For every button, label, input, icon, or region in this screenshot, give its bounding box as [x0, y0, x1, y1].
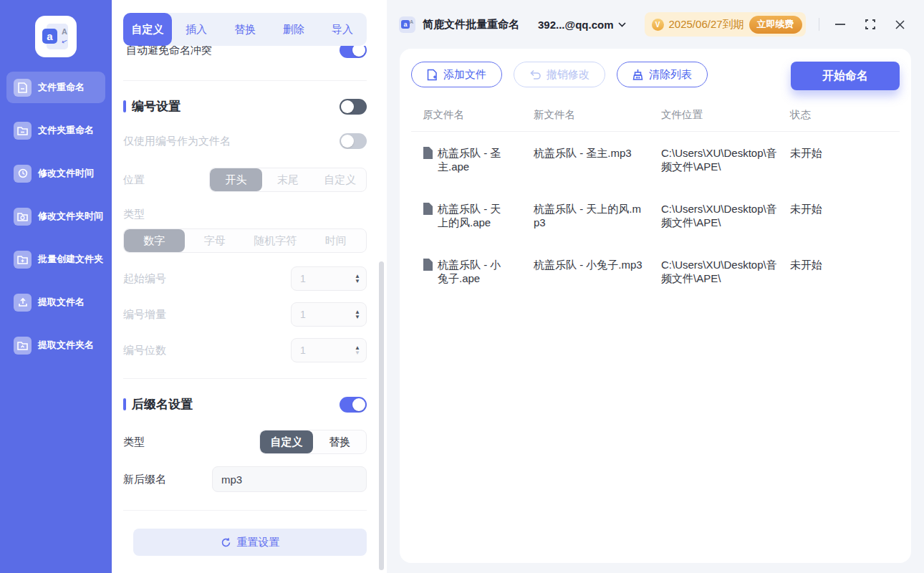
- file-toolbar: 添加文件 撤销修改 清除列表 开始命名: [411, 62, 900, 90]
- start-rename-button[interactable]: 开始命名: [791, 62, 900, 90]
- settings-tabbar: 自定义 插入 替换 删除 导入: [123, 13, 367, 46]
- tab-replace[interactable]: 替换: [221, 13, 269, 46]
- sidebar-item-file-time[interactable]: 修改文件时间: [6, 158, 105, 189]
- file-icon: [423, 147, 433, 159]
- auto-avoid-conflict-toggle[interactable]: [340, 46, 367, 58]
- sidebar-item-label: 批量创建文件夹: [38, 253, 103, 266]
- divider: [123, 378, 367, 379]
- step-down-icon: ▼: [355, 279, 360, 284]
- clipped-setting-row: 自动避免命名冲突: [123, 46, 367, 70]
- broom-icon: [632, 69, 643, 80]
- suffix-option-custom[interactable]: 自定义: [260, 430, 313, 453]
- add-files-button[interactable]: 添加文件: [411, 62, 502, 87]
- tab-insert[interactable]: 插入: [172, 13, 221, 46]
- settings-panel: 自定义 插入 替换 删除 导入 自动避免命名冲突 编号设置 仅使用编号作为文件名…: [112, 0, 387, 573]
- tab-import[interactable]: 导入: [318, 13, 367, 46]
- status-text: 未开始: [790, 244, 900, 299]
- minimize-icon: [835, 24, 845, 25]
- position-option-custom[interactable]: 自定义: [314, 168, 366, 191]
- only-number-toggle[interactable]: [340, 133, 367, 149]
- tab-delete[interactable]: 删除: [269, 13, 318, 46]
- table-row[interactable]: 杭盖乐队 - 天上的风.ape 杭盖乐队 - 天上的风.mp3 C:\Users…: [411, 188, 900, 244]
- settings-scrollbar[interactable]: [379, 261, 384, 570]
- start-number-stepper[interactable]: ▲▼: [355, 274, 360, 284]
- renew-button[interactable]: 立即续费: [749, 16, 802, 34]
- suffix-toggle[interactable]: [340, 397, 367, 413]
- new-suffix-row: 新后缀名: [123, 466, 367, 492]
- file-icon: [423, 203, 433, 215]
- position-row: 位置 开头 末尾 自定义: [123, 168, 367, 192]
- app-logo: a A ↙: [0, 16, 112, 57]
- position-option-end[interactable]: 末尾: [262, 168, 314, 191]
- auto-avoid-conflict-label: 自动避免命名冲突: [126, 46, 212, 57]
- file-icon: [423, 259, 433, 271]
- sidebar-item-folder-time[interactable]: 修改文件夹时间: [6, 201, 105, 232]
- start-number-row: 起始编号 1 ▲▼: [123, 266, 367, 291]
- sidebar-item-extract-filename[interactable]: 提取文件名: [6, 286, 105, 318]
- sidebar-item-extract-foldername[interactable]: 提取文件夹名: [6, 329, 105, 361]
- close-button[interactable]: [894, 18, 907, 31]
- position-option-start[interactable]: 开头: [210, 168, 262, 191]
- suffix-type-row: 类型 自定义 替换: [123, 430, 367, 454]
- minimize-button[interactable]: [834, 18, 847, 31]
- step-down-icon: ▼: [355, 314, 360, 319]
- file-location: C:\Users\XU\Desktop\音频文件\APE\: [661, 132, 790, 188]
- app-title: 简鹿文件批量重命名: [423, 18, 519, 32]
- number-type-label: 类型: [123, 208, 145, 220]
- new-suffix-label: 新后缀名: [123, 473, 166, 486]
- table-row[interactable]: 杭盖乐队 - 圣主.ape 杭盖乐队 - 圣主.mp3 C:\Users\XU\…: [411, 132, 900, 188]
- undo-icon: [529, 69, 541, 80]
- suffix-section-header: 后缀名设置: [123, 396, 367, 413]
- type-option-letter[interactable]: 字母: [185, 229, 246, 252]
- sidebar-item-file-rename[interactable]: 文件重命名: [6, 72, 105, 103]
- numbering-toggle[interactable]: [340, 99, 367, 115]
- digits-stepper[interactable]: ▲▼: [355, 345, 360, 355]
- sidebar-item-folder-rename[interactable]: 文件夹重命名: [6, 115, 105, 146]
- app-icon: aA: [399, 16, 415, 33]
- maximize-button[interactable]: [864, 18, 877, 31]
- position-segmented: 开头 末尾 自定义: [209, 168, 367, 192]
- suffix-option-replace[interactable]: 替换: [313, 430, 366, 453]
- account-dropdown[interactable]: 392...@qq.com: [538, 19, 626, 31]
- new-suffix-input[interactable]: [212, 466, 367, 492]
- increment-input[interactable]: 1 ▲▼: [291, 302, 367, 327]
- clear-list-label: 清除列表: [649, 68, 692, 82]
- col-new-name: 新文件名: [534, 99, 661, 131]
- divider: [123, 80, 367, 81]
- file-rename-icon: [14, 79, 32, 97]
- table-header: 原文件名 新文件名 文件位置 状态: [411, 99, 900, 132]
- status-text: 未开始: [790, 188, 900, 244]
- sidebar-item-batch-create-folder[interactable]: 批量创建文件夹: [6, 244, 105, 275]
- increment-label: 编号增量: [123, 308, 166, 322]
- type-option-time[interactable]: 时间: [306, 229, 367, 252]
- file-time-icon: [14, 165, 32, 183]
- start-number-input[interactable]: 1 ▲▼: [291, 266, 367, 291]
- sidebar-item-label: 文件夹重命名: [38, 124, 94, 137]
- col-original-name: 原文件名: [423, 99, 534, 131]
- close-icon: [895, 20, 905, 29]
- new-filename: 杭盖乐队 - 圣主.mp3: [534, 132, 661, 188]
- clear-list-button[interactable]: 清除列表: [617, 62, 708, 87]
- file-location: C:\Users\XU\Desktop\音频文件\APE\: [661, 188, 790, 244]
- type-option-number[interactable]: 数字: [124, 229, 185, 252]
- file-extract-icon: [14, 294, 32, 312]
- tab-custom[interactable]: 自定义: [123, 13, 172, 46]
- increment-stepper[interactable]: ▲▼: [355, 309, 360, 319]
- table-row[interactable]: 杭盖乐队 - 小兔子.ape 杭盖乐队 - 小兔子.mp3 C:\Users\X…: [411, 244, 900, 299]
- reset-settings-button[interactable]: 重置设置: [133, 529, 367, 556]
- folder-plus-icon: [14, 251, 32, 269]
- sidebar-item-label: 提取文件夹名: [38, 339, 94, 352]
- refresh-icon: [221, 537, 231, 548]
- digits-input[interactable]: 1 ▲▼: [291, 338, 367, 362]
- suffix-title: 后缀名设置: [132, 396, 193, 413]
- type-option-random[interactable]: 随机字符: [245, 229, 306, 252]
- file-location: C:\Users\XU\Desktop\音频文件\APE\: [661, 244, 790, 299]
- sidebar-item-label: 修改文件时间: [38, 167, 94, 180]
- undo-button[interactable]: 撤销修改: [514, 62, 605, 87]
- sidebar-menu: 文件重命名 文件夹重命名 修改文件时间 修改文件夹时间 批量创建文件夹: [0, 72, 112, 361]
- number-type-row: 类型 数字 字母 随机字符 时间: [123, 208, 367, 253]
- only-number-row: 仅使用编号作为文件名: [123, 133, 367, 149]
- sidebar: a A ↙ 文件重命名 文件夹重命名 修改文件时间: [0, 0, 112, 573]
- digits-label: 编号位数: [123, 344, 166, 357]
- start-number-label: 起始编号: [123, 272, 166, 286]
